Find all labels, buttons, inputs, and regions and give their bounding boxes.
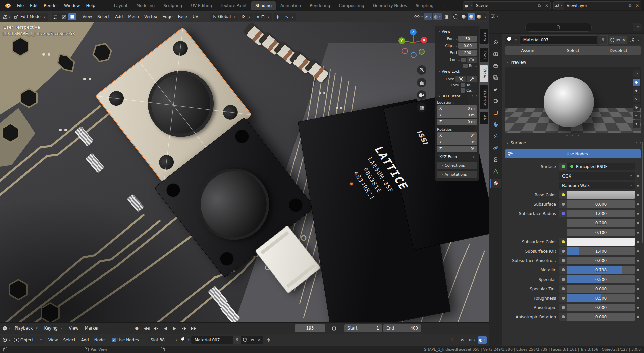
preview-type-shaderball[interactable]: ◉ — [633, 104, 640, 111]
animate-decorator[interactable]: ● — [635, 287, 641, 290]
properties-tab-world[interactable] — [490, 96, 501, 106]
fake-user-shield-icon[interactable] — [610, 38, 614, 42]
viewlayer-copy-icon[interactable]: ⧉ — [626, 3, 634, 8]
animate-decorator[interactable]: ● — [635, 221, 641, 224]
properties-tab-output[interactable] — [490, 61, 501, 70]
deselect-button[interactable]: Deselect — [596, 46, 641, 55]
shader-material-field[interactable]: Material.007 6 ⧉ ✕ — [191, 336, 263, 344]
editor-type-timeline-icon[interactable]: ∨ — [2, 324, 11, 332]
panel-collections[interactable]: >Collections∷∷ — [437, 162, 477, 169]
viewport-menu-add[interactable]: Add — [112, 13, 125, 20]
prev-keyframe-button[interactable]: ◀• — [152, 324, 160, 332]
camera-view-button[interactable] — [417, 90, 426, 100]
animate-decorator[interactable]: ● — [635, 268, 641, 271]
vertex-select-button[interactable] — [52, 13, 60, 20]
value-slider[interactable]: 1.000 — [567, 210, 635, 217]
unlink-material-icon[interactable]: ✕ — [622, 38, 625, 42]
assign-button[interactable]: Assign — [505, 46, 550, 55]
pan-hand-button[interactable] — [417, 78, 426, 87]
render-region-checkbox[interactable] — [463, 64, 468, 68]
editor-type-shader-icon[interactable]: ∨ — [2, 336, 11, 344]
viewport-menu-uv[interactable]: UV — [190, 13, 201, 20]
scene-copy-icon[interactable]: ⧉ — [536, 3, 543, 8]
slot-dropdown[interactable]: Slot 38∨ — [148, 336, 180, 344]
timeline-menu-playback[interactable]: Playback∨ — [12, 324, 40, 332]
workspace-tab-rendering[interactable]: Rendering — [305, 1, 334, 10]
node-socket[interactable] — [559, 238, 567, 246]
sidebar-tab-3d-print[interactable]: 3D-Print — [480, 85, 488, 109]
preview-type-cloth[interactable]: ≋ — [633, 112, 640, 119]
properties-tab-object[interactable] — [490, 108, 501, 117]
value-slider[interactable]: 0.798 — [567, 266, 635, 274]
node-socket[interactable] — [559, 313, 567, 321]
start-frame-field[interactable]: Start1 — [344, 324, 382, 332]
local-camera-checkbox[interactable] — [461, 58, 466, 62]
end-frame-field[interactable]: End400 — [383, 324, 421, 332]
zoom-button[interactable] — [417, 65, 426, 75]
shading-material-button[interactable] — [468, 13, 475, 20]
shader-type-dropdown[interactable]: Object∨ — [12, 336, 45, 344]
properties-tab-object-data[interactable] — [490, 167, 501, 176]
shader-menu-select[interactable]: Select — [60, 336, 78, 344]
use-preview-range-icon[interactable] — [330, 324, 338, 332]
shader-material-users[interactable]: 6 — [233, 336, 241, 344]
shader-menu-add[interactable]: Add — [78, 336, 91, 344]
properties-search-input[interactable] — [525, 23, 592, 32]
properties-tab-scene[interactable] — [490, 85, 501, 94]
snap-target-icon[interactable]: ⊞ — [261, 14, 265, 19]
viewlayer-name[interactable]: ViewLayer — [564, 3, 626, 8]
workspace-tab-uv-editing[interactable]: UV Editing — [186, 1, 216, 10]
timeline-menu-keying[interactable]: Keying∨ — [41, 324, 65, 332]
viewlayer-remove-icon[interactable]: ✕ — [634, 3, 641, 8]
use-nodes-checkbox[interactable]: ✓ — [112, 338, 116, 342]
node-socket[interactable] — [559, 210, 567, 217]
material-browse-button[interactable]: ∨ — [505, 36, 519, 44]
value-slider[interactable]: 0.000 — [567, 313, 635, 321]
pivot-point-dropdown[interactable]: ⟳∨ — [239, 13, 253, 21]
np-view-row-value[interactable]: 0.00 — [458, 43, 477, 49]
workspace-tab-scripting[interactable]: Scripting — [411, 1, 438, 10]
face-select-button[interactable] — [68, 13, 76, 20]
unlink-material-icon[interactable]: ✕ — [256, 338, 263, 342]
cursor-rotation-z[interactable]: Z0° — [437, 146, 477, 152]
shader-snap-magnet-icon[interactable]: ∩ — [458, 336, 467, 344]
workspace-tab-layout[interactable]: Layout — [110, 1, 132, 10]
play-button[interactable]: ▶ — [171, 324, 179, 332]
view-lock-section-header[interactable]: ∨View Lock — [437, 69, 477, 74]
value-slider[interactable]: 0.500 — [567, 294, 635, 302]
snap-controls[interactable]: ∩⊞∨ — [254, 13, 272, 21]
sidebar-tab-item[interactable]: Item — [480, 29, 488, 44]
properties-scrollbar[interactable] — [642, 142, 643, 243]
preview-type-cube[interactable]: ◆ — [633, 87, 640, 94]
material-browse-icon[interactable]: ∨ — [181, 336, 190, 344]
viewport-menu-edge[interactable]: Edge — [160, 13, 175, 20]
lock-camera-checkbox[interactable] — [461, 88, 465, 93]
np-view-row-value[interactable]: 50 — [458, 36, 477, 42]
cursor-rotation-y[interactable]: Y0° — [437, 139, 477, 145]
properties-tab-physics[interactable] — [490, 143, 501, 153]
timeline-menu-view[interactable]: View — [66, 324, 81, 332]
viewport-menu-vertex[interactable]: Vertex — [142, 13, 160, 20]
sidebar-tab-view[interactable]: View — [480, 65, 488, 82]
properties-filter-button[interactable]: ∨ — [633, 23, 642, 31]
menu-file[interactable]: File — [14, 2, 27, 9]
animate-decorator[interactable]: ● — [635, 231, 641, 234]
preview-type-hair[interactable]: ∿ — [633, 95, 640, 102]
show-gizmo-icon[interactable]: ➤∨ — [424, 13, 432, 20]
panel-annotations[interactable]: >Annotations∷∷ — [437, 171, 477, 178]
scene-unlink-icon[interactable]: ✕ — [543, 3, 550, 8]
preview-type-flat[interactable]: ▭ — [633, 70, 640, 77]
next-keyframe-button[interactable]: •▶ — [180, 324, 188, 332]
workspace-tab-animation[interactable]: Animation — [276, 1, 305, 10]
surface-section-header[interactable]: ∨Surface∷∷ — [505, 139, 641, 147]
animate-decorator[interactable]: ● — [635, 203, 641, 206]
animate-decorator[interactable]: ● — [635, 297, 641, 300]
animate-decorator[interactable]: ● — [635, 212, 641, 215]
lock-object-icon[interactable] — [455, 76, 466, 82]
workspace-tab-texture-paint[interactable]: Texture Paint — [216, 1, 251, 10]
add-workspace-button[interactable]: + — [438, 3, 448, 8]
node-socket[interactable] — [559, 257, 567, 264]
use-nodes-button[interactable]: Use Nodes — [505, 149, 641, 158]
properties-tab-modifiers[interactable] — [490, 120, 501, 129]
value-slider[interactable]: 0.000 — [567, 285, 635, 293]
